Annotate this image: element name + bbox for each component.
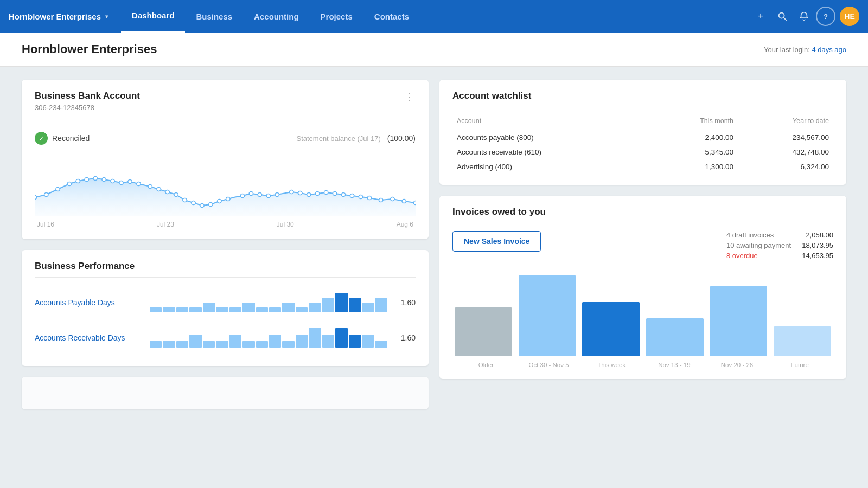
invoice-bar-group (646, 318, 704, 356)
watchlist-divider (452, 107, 833, 107)
svg-point-36 (350, 194, 354, 198)
chart-label-3: Jul 30 (277, 221, 294, 228)
help-button[interactable]: ? (816, 7, 835, 26)
perf-bar (296, 307, 308, 312)
invoice-bar-group (710, 286, 768, 356)
perf-bar (269, 307, 281, 312)
business-performance-card: Business Performance Accounts Payable Da… (22, 250, 429, 366)
perf-row-payable: Accounts Payable Days 1.60 (35, 285, 416, 320)
perf-bar (216, 341, 228, 348)
brand-chevron: ▾ (105, 14, 108, 20)
perf-bar (242, 303, 254, 312)
perf-bar (375, 341, 387, 348)
watchlist-month: 1,300.00 (649, 159, 738, 174)
svg-point-30 (298, 191, 302, 195)
perf-bar (216, 307, 228, 312)
svg-point-7 (85, 178, 88, 182)
invoice-bar (774, 326, 831, 356)
perf-bar (189, 307, 201, 312)
svg-point-15 (157, 188, 161, 191)
statement-label: Statement balance (Jul 17) (296, 134, 380, 143)
svg-point-21 (209, 203, 213, 207)
svg-point-40 (391, 197, 394, 201)
perf-bars-payable (150, 293, 387, 312)
perf-bar (203, 303, 215, 312)
inv-stat-value: 2,058.00 (806, 231, 833, 239)
perf-bar (335, 328, 347, 348)
svg-point-10 (111, 179, 114, 183)
nav-contacts[interactable]: Contacts (363, 0, 420, 33)
svg-point-16 (165, 190, 169, 194)
inv-stat-label: 8 overdue (726, 252, 758, 260)
statement-amount: (100.00) (387, 134, 416, 143)
svg-point-19 (192, 201, 195, 205)
svg-point-8 (93, 177, 97, 181)
reconciled-label: Reconciled (52, 134, 90, 143)
invoices-title: Invoices owed to you (452, 207, 833, 217)
bank-account-number: 306-234-12345678 (35, 104, 140, 112)
perf-bar (189, 335, 201, 348)
perf-bar (229, 307, 241, 312)
bank-menu-button[interactable]: ⋮ (405, 91, 416, 102)
perf-bar (375, 298, 387, 312)
brand[interactable]: Hornblower Enterprises ▾ (9, 12, 117, 21)
svg-point-39 (379, 198, 382, 202)
invoice-bar (582, 302, 640, 356)
watchlist-card: Account watchlist Account This month Yea… (439, 80, 846, 185)
add-button[interactable]: + (751, 7, 770, 26)
svg-point-26 (258, 193, 261, 197)
nav-business[interactable]: Business (185, 0, 243, 33)
invoice-bar-label: Oct 30 - Nov 5 (518, 362, 580, 368)
svg-point-23 (226, 197, 230, 201)
svg-point-6 (76, 179, 80, 183)
svg-point-4 (56, 188, 60, 191)
watchlist-col-month: This month (649, 115, 738, 130)
notifications-button[interactable] (794, 7, 814, 26)
nav-accounting[interactable]: Accounting (243, 0, 310, 33)
invoice-stat-row: 10 awaiting payment 18,073.95 (726, 241, 833, 249)
perf-bar (362, 303, 374, 312)
perf-bar (176, 307, 188, 312)
main-content: Business Bank Account 306-234-12345678 ⋮… (0, 67, 868, 422)
perf-bar (322, 335, 334, 348)
bank-title: Business Bank Account (35, 91, 140, 101)
new-sales-invoice-button[interactable]: New Sales Invoice (452, 231, 541, 252)
page-header: Hornblower Enterprises Your last login: … (0, 33, 868, 67)
perf-bar (322, 298, 334, 312)
last-login-link[interactable]: 4 days ago (812, 46, 846, 54)
svg-point-41 (402, 200, 406, 203)
invoices-top: New Sales Invoice 4 draft invoices 2,058… (452, 231, 833, 260)
perf-label-payable[interactable]: Accounts Payable Days (35, 298, 143, 307)
perf-label-receivable[interactable]: Accounts Receivable Days (35, 333, 143, 342)
bank-chart (35, 151, 416, 216)
chart-label-4: Aug 6 (397, 221, 413, 228)
perf-bar (335, 293, 347, 312)
svg-point-42 (413, 201, 416, 205)
invoice-bar-group (519, 275, 576, 356)
perf-bar (349, 335, 361, 348)
reconciled-status: ✓ Reconciled (35, 132, 90, 145)
watchlist-row: Accounts receivable (610) 5,345.00 432,7… (452, 145, 833, 159)
watchlist-ytd: 432,748.00 (738, 145, 833, 159)
nav-projects[interactable]: Projects (310, 0, 363, 33)
svg-point-29 (290, 190, 293, 194)
invoice-stat-row: 4 draft invoices 2,058.00 (726, 231, 833, 239)
svg-point-35 (341, 193, 345, 197)
statement-info: Statement balance (Jul 17) (100.00) (296, 134, 416, 143)
perf-bar (256, 341, 268, 348)
perf-bar (282, 303, 294, 312)
search-button[interactable] (773, 7, 792, 26)
invoice-bar (710, 286, 768, 356)
watchlist-col-account: Account (452, 115, 649, 130)
svg-point-3 (44, 193, 48, 197)
invoice-stat-row: 8 overdue 14,653.95 (726, 252, 833, 260)
invoices-divider (452, 223, 833, 223)
nav-dashboard[interactable]: Dashboard (121, 0, 185, 33)
svg-point-12 (128, 180, 132, 184)
svg-point-11 (119, 181, 123, 185)
svg-point-17 (174, 193, 178, 197)
watchlist-account: Accounts payable (800) (452, 130, 649, 145)
user-avatar[interactable]: HE (840, 7, 859, 26)
page-title: Hornblower Enterprises (22, 42, 157, 56)
svg-line-1 (784, 18, 787, 21)
